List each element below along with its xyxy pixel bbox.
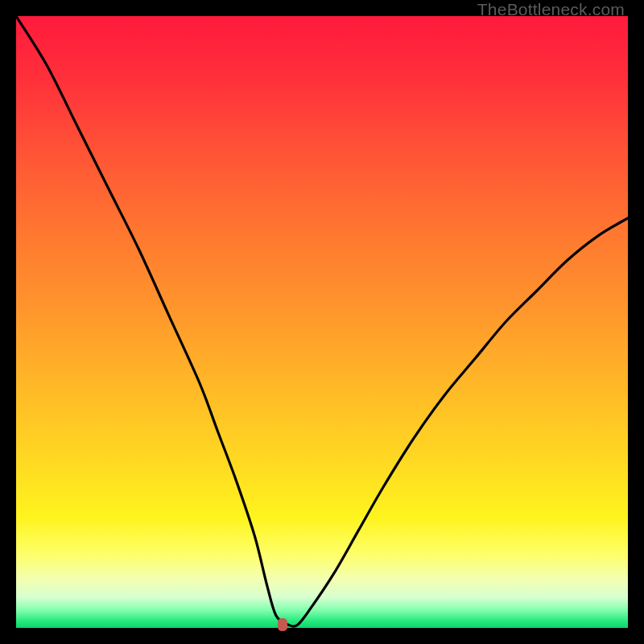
watermark-text: TheBottleneck.com: [477, 0, 625, 19]
plot-area: [16, 16, 628, 628]
chart-frame: TheBottleneck.com: [0, 0, 644, 644]
bottleneck-curve: [16, 16, 628, 628]
optimal-marker: [278, 618, 287, 631]
